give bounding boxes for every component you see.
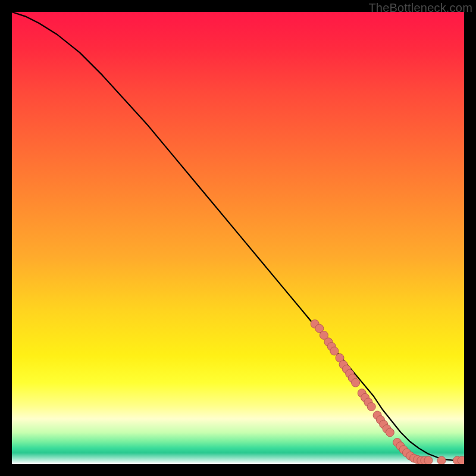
chart-frame: TheBottleneck.com <box>0 0 476 476</box>
plot-area <box>12 12 464 464</box>
